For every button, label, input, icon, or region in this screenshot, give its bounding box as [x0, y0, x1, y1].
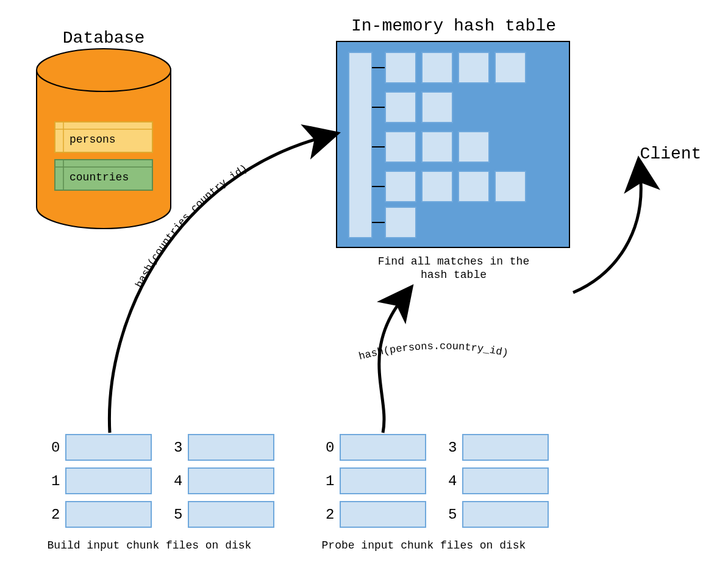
svg-rect-28	[66, 435, 151, 460]
chunk-label: 5	[174, 506, 182, 523]
svg-rect-15	[385, 92, 416, 123]
svg-rect-29	[66, 468, 151, 494]
chunk-label: 2	[326, 506, 334, 523]
chunk-label: 4	[448, 473, 457, 489]
chunk-label: 4	[174, 473, 182, 489]
svg-rect-32	[188, 468, 274, 494]
svg-rect-18	[385, 132, 416, 162]
svg-rect-34	[340, 435, 426, 460]
svg-rect-37	[463, 435, 548, 460]
svg-rect-22	[385, 171, 416, 202]
svg-rect-31	[188, 435, 274, 460]
chunk-label: 3	[448, 439, 457, 456]
build-caption: Build input chunk files on disk	[48, 539, 252, 552]
arrow-to-client	[573, 174, 641, 293]
database-title: Database	[63, 29, 145, 48]
countries-label: countries	[70, 171, 129, 183]
probe-caption: Probe input chunk files on disk	[322, 539, 526, 552]
client-label: Client	[640, 144, 702, 163]
svg-point-0	[37, 49, 171, 91]
svg-rect-36	[340, 502, 426, 527]
svg-rect-20	[459, 132, 489, 162]
svg-rect-24	[459, 171, 489, 202]
svg-rect-8	[349, 52, 372, 238]
chunk-label: 5	[448, 506, 457, 523]
chunk-label: 3	[174, 439, 182, 456]
svg-rect-10	[385, 52, 416, 83]
chunk-label: 1	[326, 473, 334, 489]
find-matches-line1: Find all matches in the	[378, 255, 529, 268]
hashtable-panel	[337, 41, 569, 247]
probe-chunks: 0 1 2 3 4 5	[326, 435, 548, 527]
chunk-label: 1	[51, 473, 60, 489]
chunk-label: 0	[326, 439, 334, 456]
svg-rect-38	[463, 468, 548, 494]
svg-rect-39	[463, 502, 548, 527]
persons-label: persons	[70, 133, 116, 146]
svg-rect-27	[385, 207, 416, 238]
svg-rect-13	[495, 52, 526, 83]
countries-table: countries	[55, 160, 152, 190]
svg-rect-11	[422, 52, 452, 83]
svg-rect-33	[188, 502, 274, 527]
svg-rect-30	[66, 502, 151, 527]
svg-rect-25	[495, 171, 526, 202]
persons-table: persons	[55, 122, 152, 152]
hashtable-title: In-memory hash table	[351, 16, 556, 35]
build-chunks: 0 1 2 3 4 5	[51, 435, 274, 527]
svg-rect-35	[340, 468, 426, 494]
svg-rect-19	[422, 132, 452, 162]
svg-rect-23	[422, 171, 452, 202]
svg-rect-16	[422, 92, 452, 123]
chunk-label: 2	[51, 506, 60, 523]
find-matches-line2: hash table	[421, 269, 487, 281]
chunk-label: 0	[51, 439, 60, 456]
arrow-probe-to-hash	[379, 299, 402, 433]
svg-rect-12	[459, 52, 489, 83]
